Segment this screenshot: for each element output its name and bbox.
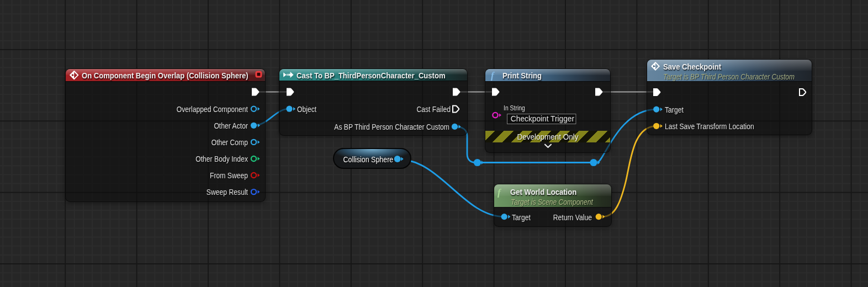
svg-text:f: f [497,187,502,198]
svg-text:f: f [491,70,495,81]
